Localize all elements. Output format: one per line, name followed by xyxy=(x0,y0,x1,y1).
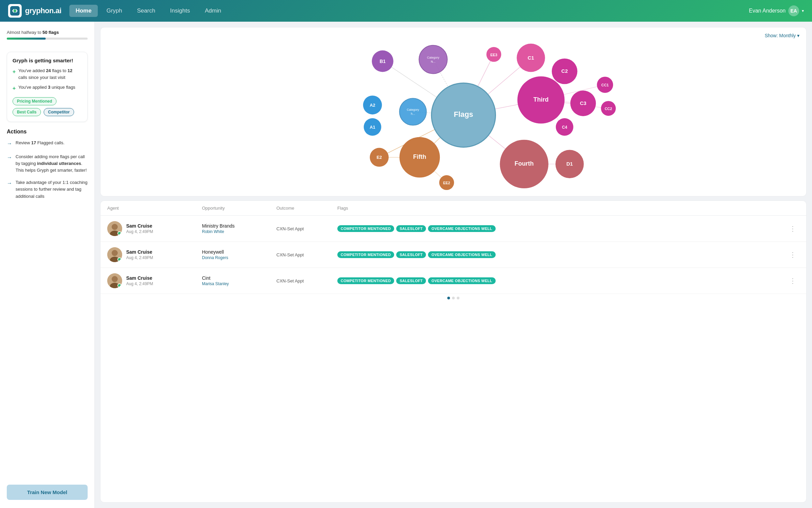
svg-text:D1: D1 xyxy=(566,161,573,167)
opportunity-cell-1: Ministry Brands Robin White xyxy=(202,223,276,234)
show-filter[interactable]: Show: Monthly ▾ xyxy=(765,33,799,38)
action-item-2: → Consider adding more flags per call by… xyxy=(7,153,88,174)
flag-salesloft-2[interactable]: SALESLOFT xyxy=(396,251,426,258)
user-menu[interactable]: Evan Anderson EA ▾ xyxy=(749,5,804,16)
svg-text:B1: B1 xyxy=(380,59,386,64)
opp-company-2: Honeywell xyxy=(202,249,276,255)
svg-text:Flags: Flags xyxy=(454,110,473,119)
smarter-text-2: You've applied 3 unique flags xyxy=(18,84,75,92)
progress-section: Almost halfway to 50 flags xyxy=(7,30,88,45)
agent-info-1: Sam Cruise Aug 4, 2:49PM xyxy=(126,223,153,234)
navbar: gryphon.ai Home Gryph Search Insights Ad… xyxy=(0,0,812,22)
agent-cell-3: Sam Cruise Aug 4, 2:49PM xyxy=(107,273,202,288)
col-opportunity: Opportunity xyxy=(202,206,276,211)
agent-name-1: Sam Cruise xyxy=(126,223,153,229)
table-section: Agent Opportunity Outcome Flags xyxy=(100,200,807,503)
show-value[interactable]: Monthly ▾ xyxy=(779,33,799,38)
svg-text:C1: C1 xyxy=(528,55,534,61)
train-model-button[interactable]: Train New Model xyxy=(7,485,88,500)
flags-cell-3: COMPETITOR MENTIONED SALESLOFT OVERCAME … xyxy=(337,277,786,284)
svg-text:Third: Third xyxy=(534,96,549,103)
table-row: Sam Cruise Aug 4, 2:49PM Cint Marisa Sta… xyxy=(100,268,806,294)
chevron-down-icon: ▾ xyxy=(802,8,804,13)
smarter-title: Gryph is getting smarter! xyxy=(13,58,82,63)
smarter-item-2: + You've applied 3 unique flags xyxy=(13,84,82,92)
nav-home[interactable]: Home xyxy=(69,5,97,17)
logo-text: gryphon.ai xyxy=(25,6,61,15)
action-text-3: Take advantage of your 1:1 coaching sess… xyxy=(16,179,88,199)
pagination-dot-2[interactable] xyxy=(452,297,455,299)
flag-tag-pricing[interactable]: Pricing Mentioned xyxy=(13,97,57,105)
nav-insights[interactable]: Insights xyxy=(164,5,196,17)
svg-text:Category: Category xyxy=(407,108,419,111)
svg-text:E2: E2 xyxy=(377,155,382,160)
flags-cell-1: COMPETITOR MENTIONED SALESLOFT OVERCAME … xyxy=(337,225,786,232)
bubble-chart-section: Show: Monthly ▾ xyxy=(100,27,807,196)
table-row: Sam Cruise Aug 4, 2:49PM Ministry Brands… xyxy=(100,216,806,242)
opp-contact-2[interactable]: Donna Rogers xyxy=(202,255,276,260)
flag-competitor-1[interactable]: COMPETITOR MENTIONED xyxy=(337,225,394,232)
opp-contact-3[interactable]: Marisa Stanley xyxy=(202,281,276,286)
plus-icon-1: + xyxy=(13,68,16,81)
svg-text:CC1: CC1 xyxy=(601,83,609,87)
agent-cell-2: Sam Cruise Aug 4, 2:49PM xyxy=(107,247,202,262)
more-menu-3[interactable]: ⋮ xyxy=(786,277,799,285)
agent-cell-1: Sam Cruise Aug 4, 2:49PM xyxy=(107,221,202,236)
flag-tag-competitor[interactable]: Competitor xyxy=(44,108,74,116)
action-text-2: Consider adding more flags per call by t… xyxy=(16,153,88,174)
flag-objection-3[interactable]: OVERCAME OBJECTIONS WELL xyxy=(428,277,496,284)
flags-cell-2: COMPETITOR MENTIONED SALESLOFT OVERCAME … xyxy=(337,251,786,258)
flag-salesloft-3[interactable]: SALESLOFT xyxy=(396,277,426,284)
flag-tag-bestcalls[interactable]: Best Calls xyxy=(13,108,41,116)
agent-time-3: Aug 4, 2:49PM xyxy=(126,281,153,286)
more-menu-1[interactable]: ⋮ xyxy=(786,225,799,233)
agent-avatar-2 xyxy=(107,247,122,262)
flag-salesloft-1[interactable]: SALESLOFT xyxy=(396,225,426,232)
pagination-dot-1[interactable] xyxy=(447,297,450,299)
user-avatar: EA xyxy=(788,5,799,16)
agent-status-1 xyxy=(117,231,121,235)
svg-point-66 xyxy=(112,276,118,282)
smarter-text-1: You've added 24 flags to 12 calls since … xyxy=(18,67,82,81)
sidebar: Almost halfway to 50 flags Gryph is gett… xyxy=(0,22,95,508)
more-menu-2[interactable]: ⋮ xyxy=(786,251,799,259)
svg-text:C3: C3 xyxy=(580,100,586,106)
flag-tags: Pricing Mentioned Best Calls Competitor xyxy=(13,97,82,116)
flag-competitor-2[interactable]: COMPETITOR MENTIONED xyxy=(337,251,394,258)
svg-point-63 xyxy=(112,250,118,256)
svg-text:h...: h... xyxy=(411,112,415,115)
agent-time-1: Aug 4, 2:49PM xyxy=(126,229,153,234)
outcome-3: CXN-Set Appt xyxy=(276,278,337,283)
show-label: Show: xyxy=(765,33,778,38)
outcome-1: CXN-Set Appt xyxy=(276,226,337,231)
action-item-3: → Take advantage of your 1:1 coaching se… xyxy=(7,179,88,199)
agent-status-2 xyxy=(117,257,121,261)
action-item-1: → Review 17 Flagged calls. xyxy=(7,140,88,148)
flag-objection-1[interactable]: OVERCAME OBJECTIONS WELL xyxy=(428,225,496,232)
svg-text:CC2: CC2 xyxy=(605,107,612,111)
arrow-icon-3: → xyxy=(7,179,12,199)
svg-text:Category: Category xyxy=(427,56,439,59)
flag-competitor-3[interactable]: COMPETITOR MENTIONED xyxy=(337,277,394,284)
flag-objection-2[interactable]: OVERCAME OBJECTIONS WELL xyxy=(428,251,496,258)
logo: gryphon.ai xyxy=(8,4,61,18)
svg-text:C4: C4 xyxy=(562,125,567,130)
progress-label: Almost halfway to 50 flags xyxy=(7,30,88,35)
smarter-item-1: + You've added 24 flags to 12 calls sinc… xyxy=(13,67,82,81)
svg-text:A2: A2 xyxy=(370,103,376,108)
pagination-dot-3[interactable] xyxy=(457,297,459,299)
actions-title: Actions xyxy=(7,129,88,135)
opp-company-1: Ministry Brands xyxy=(202,223,276,229)
svg-point-1 xyxy=(14,9,16,12)
opp-contact-1[interactable]: Robin White xyxy=(202,229,276,234)
actions-section: Actions → Review 17 Flagged calls. → Con… xyxy=(7,129,88,205)
nav-search[interactable]: Search xyxy=(131,5,161,17)
agent-name-3: Sam Cruise xyxy=(126,275,153,281)
svg-text:EE3: EE3 xyxy=(490,53,497,57)
nav-admin[interactable]: Admin xyxy=(199,5,227,17)
opportunity-cell-3: Cint Marisa Stanley xyxy=(202,275,276,286)
table-header: Agent Opportunity Outcome Flags xyxy=(100,201,806,216)
svg-point-60 xyxy=(112,224,118,230)
agent-avatar-1 xyxy=(107,221,122,236)
nav-gryph[interactable]: Gryph xyxy=(100,5,128,17)
